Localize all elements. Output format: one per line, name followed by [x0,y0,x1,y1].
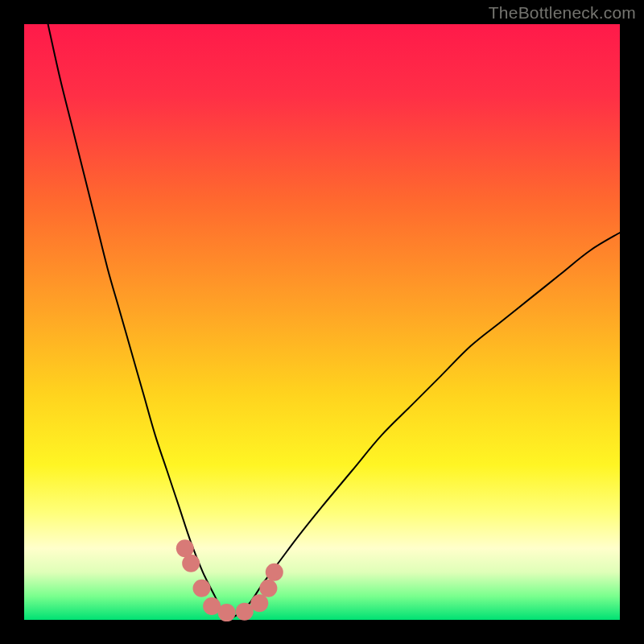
data-marker [266,564,283,581]
chart-frame: TheBottleneck.com [0,0,644,644]
data-marker [250,594,268,612]
attribution-text: TheBottleneck.com [489,3,636,23]
data-marker [259,580,277,597]
data-marker [236,603,254,621]
data-marker [182,555,200,572]
plot-background [24,24,620,620]
bottleneck-chart [0,0,644,644]
data-marker [218,604,236,621]
data-marker [193,580,211,597]
